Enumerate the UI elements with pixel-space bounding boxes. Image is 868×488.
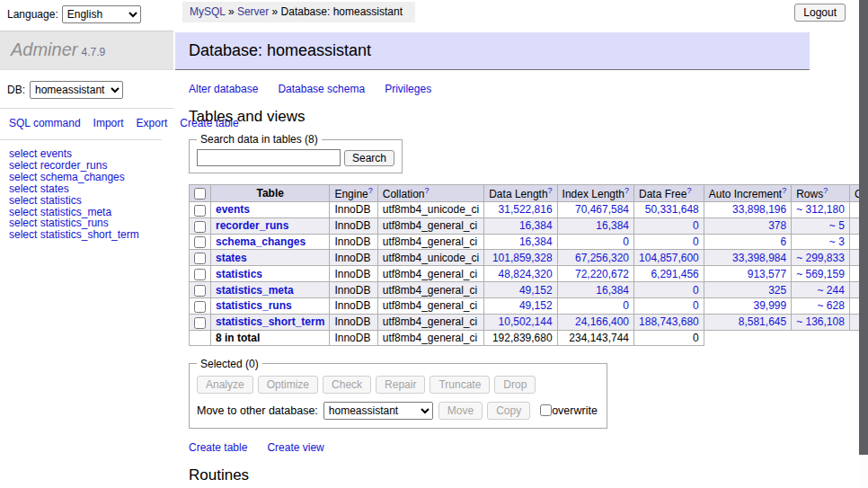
rows-cell: ~ 3	[792, 234, 850, 250]
move-db-select[interactable]: homeassistant	[323, 402, 433, 420]
data-free-cell: 0	[634, 282, 704, 298]
row-checkbox-cell	[190, 234, 211, 250]
sidebar-select-link-statistics_meta[interactable]: select	[9, 206, 37, 218]
auto-increment-cell: 33,398,984	[704, 250, 791, 266]
sidebar-action-sql-command[interactable]: SQL command	[9, 117, 81, 129]
overwrite-checkbox[interactable]	[540, 404, 552, 416]
help-icon[interactable]: ?	[368, 186, 373, 195]
column-header-label: Data Free	[639, 188, 686, 200]
nav-link-alter-database[interactable]: Alter database	[189, 83, 258, 95]
drop-button[interactable]: Drop	[494, 376, 536, 394]
selected-legend: Selected (0)	[197, 358, 262, 370]
data-length-cell: 101,859,328	[484, 250, 557, 266]
main-area: MySQL » Server » Database: homeassistant…	[175, 0, 868, 488]
db-select[interactable]: homeassistant	[30, 81, 123, 99]
sidebar-table-link-events[interactable]: events	[40, 147, 72, 160]
data-length-cell: 16,384	[484, 217, 557, 234]
data-free-cell: 0	[634, 297, 704, 314]
search-input[interactable]	[197, 149, 341, 166]
optimize-button[interactable]: Optimize	[258, 376, 318, 394]
row-checkbox-statistics_short_term[interactable]	[194, 317, 206, 329]
sidebar-action-import[interactable]: Import	[93, 117, 124, 129]
sidebar-table-link-statistics_meta[interactable]: statistics_meta	[40, 206, 111, 218]
app-version-link[interactable]: 4.7.9	[81, 46, 105, 58]
selected-action-buttons: AnalyzeOptimizeCheckRepairTruncateDrop	[197, 376, 598, 394]
table-link-statistics_runs[interactable]: statistics_runs	[216, 299, 292, 312]
help-icon[interactable]: ?	[424, 186, 429, 195]
breadcrumb-link-server[interactable]: Server	[237, 5, 269, 18]
table-link-schema_changes[interactable]: schema_changes	[216, 235, 306, 248]
help-icon[interactable]: ?	[548, 186, 553, 195]
breadcrumb-link-mysql[interactable]: MySQL	[190, 5, 226, 18]
db-selector-row: DB:homeassistant	[0, 70, 173, 109]
rows-cell: ~ 5	[792, 217, 850, 234]
sidebar-table-link-statistics_runs[interactable]: statistics_runs	[40, 217, 109, 229]
table-link-states[interactable]: states	[216, 252, 247, 264]
sidebar-table-list: select eventsselect recorder_runsselect …	[0, 140, 173, 248]
column-header-label: Rows	[796, 188, 823, 200]
help-icon[interactable]: ?	[624, 186, 629, 195]
sidebar-table-link-statistics[interactable]: statistics	[40, 194, 82, 207]
move-row: Move to other database:homeassistantMove…	[197, 402, 598, 420]
data-free-cell: 104,857,600	[634, 250, 704, 266]
nav-link-database-schema[interactable]: Database schema	[278, 83, 365, 95]
sidebar-select-link-statistics[interactable]: select	[9, 194, 37, 207]
nav-link-privileges[interactable]: Privileges	[385, 83, 431, 95]
check-button[interactable]: Check	[323, 376, 371, 394]
sidebar-table-link-statistics_short_term[interactable]: statistics_short_term	[40, 228, 139, 241]
breadcrumb-current: Database: homeassistant	[281, 5, 403, 18]
sidebar-select-link-states[interactable]: select	[9, 182, 37, 195]
row-checkbox-events[interactable]	[194, 205, 206, 217]
row-checkbox-recorder_runs[interactable]	[194, 221, 206, 233]
sidebar-table-link-schema_changes[interactable]: schema_changes	[40, 171, 125, 183]
help-icon[interactable]: ?	[782, 186, 786, 195]
table-name-cell: statistics_runs	[211, 297, 330, 314]
create-view-link[interactable]: Create view	[267, 441, 323, 454]
column-header-index-length: Index Length?	[557, 185, 633, 202]
column-header-label: Data Length	[489, 188, 547, 200]
repair-button[interactable]: Repair	[376, 376, 425, 394]
scrollbar[interactable]	[859, 0, 868, 488]
column-header-table: Table	[211, 185, 330, 202]
table-name-cell: schema_changes	[211, 234, 330, 250]
table-link-events[interactable]: events	[216, 203, 250, 216]
sidebar-select-link-schema_changes[interactable]: select	[9, 171, 37, 183]
row-checkbox-cell	[190, 266, 211, 282]
sidebar-select-link-statistics_short_term[interactable]: select	[9, 228, 37, 241]
analyze-button[interactable]: Analyze	[197, 376, 253, 394]
sidebar-action-export[interactable]: Export	[137, 117, 168, 129]
move-button[interactable]: Move	[438, 402, 483, 420]
engine-cell: InnoDB	[330, 250, 377, 266]
app-banner: Adminer4.7.9	[0, 31, 173, 70]
sidebar-table-row: select statistics_short_term	[9, 229, 166, 241]
copy-button[interactable]: Copy	[487, 402, 530, 420]
table-link-recorder_runs[interactable]: recorder_runs	[216, 219, 288, 232]
row-checkbox-schema_changes[interactable]	[194, 236, 206, 248]
logout-button[interactable]: Logout	[794, 4, 846, 22]
search-button[interactable]: Search	[344, 150, 394, 166]
table-link-statistics_short_term[interactable]: statistics_short_term	[216, 315, 324, 328]
truncate-button[interactable]: Truncate	[430, 376, 490, 394]
create-table-link[interactable]: Create table	[189, 441, 247, 454]
index-length-cell: 70,467,584	[557, 202, 633, 218]
row-checkbox-states[interactable]	[194, 253, 206, 264]
sidebar-select-link-statistics_runs[interactable]: select	[9, 217, 37, 229]
help-icon[interactable]: ?	[686, 186, 691, 195]
sidebar-table-link-states[interactable]: states	[40, 182, 69, 195]
help-icon[interactable]: ?	[823, 186, 828, 195]
table-link-statistics_meta[interactable]: statistics_meta	[216, 284, 294, 297]
scrollbar-thumb[interactable]	[859, 0, 868, 455]
row-checkbox-cell	[190, 297, 211, 314]
sidebar-select-link-events[interactable]: select	[9, 147, 37, 160]
sidebar: Language:English Adminer4.7.9 DB:homeass…	[0, 0, 173, 248]
select-all-checkbox[interactable]	[194, 188, 206, 200]
row-checkbox-statistics[interactable]	[194, 269, 206, 280]
language-select[interactable]: English	[62, 5, 141, 23]
table-row-statistics: statisticsInnoDButf8mb4_general_ci48,824…	[190, 266, 868, 282]
sidebar-table-link-recorder_runs[interactable]: recorder_runs	[40, 159, 108, 172]
table-link-statistics[interactable]: statistics	[216, 268, 262, 280]
row-checkbox-statistics_meta[interactable]	[194, 285, 206, 297]
row-checkbox-statistics_runs[interactable]	[194, 301, 206, 313]
row-checkbox-cell	[190, 314, 211, 330]
sidebar-select-link-recorder_runs[interactable]: select	[9, 159, 37, 172]
